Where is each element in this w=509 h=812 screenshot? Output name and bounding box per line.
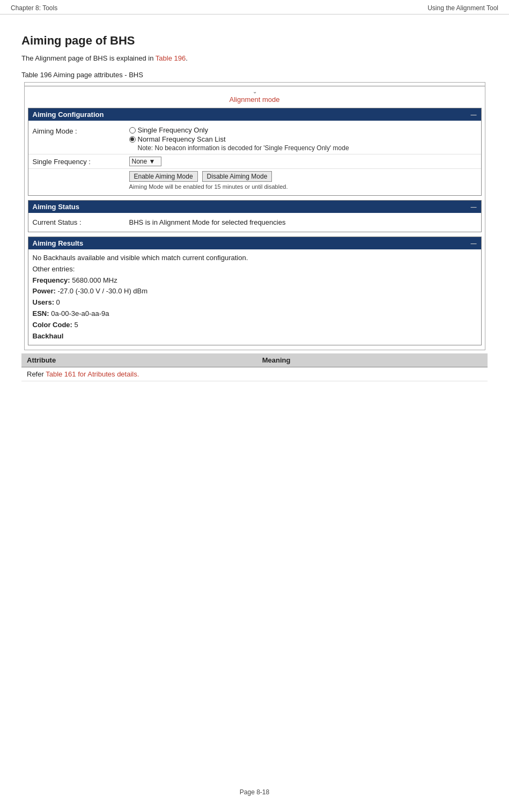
- single-freq-value-col: None ▼: [129, 157, 477, 166]
- radio-normal-freq[interactable]: Normal Frequency Scan List: [129, 135, 477, 143]
- aiming-results-title: Aiming Results: [33, 239, 84, 247]
- aiming-config-header: Aiming Configuration —: [28, 108, 481, 121]
- meaning-col-header: Meaning: [257, 353, 488, 367]
- page-title: Aiming page of BHS: [21, 34, 488, 48]
- chevron-down-icon: ⌄: [25, 88, 485, 94]
- single-freq-label: Single Frequency :: [33, 157, 129, 166]
- aiming-config-body: Aiming Mode : Single Frequency Only Norm…: [28, 121, 481, 195]
- aiming-results-body: No Backhauls available and visible which…: [28, 249, 481, 345]
- results-power: Power: -27.0 (-30.0 V / -30.0 H) dBm: [33, 286, 477, 297]
- users-label: Users:: [33, 298, 54, 306]
- power-label: Power:: [33, 287, 56, 295]
- attribute-table: Attribute Meaning Refer Table 161 for At…: [21, 353, 488, 381]
- single-freq-select[interactable]: None ▼: [129, 157, 161, 166]
- aiming-button-group: Enable Aiming Mode Disable Aiming Mode: [129, 171, 477, 182]
- aiming-buttons-col: Enable Aiming Mode Disable Aiming Mode A…: [129, 171, 477, 190]
- aiming-mode-label: Aiming Mode :: [33, 126, 129, 135]
- page-content: Aiming page of BHS The Alignment page of…: [0, 14, 509, 403]
- aiming-mode-radio-group: Single Frequency Only Normal Frequency S…: [129, 126, 477, 143]
- results-esn: ESN: 0a-00-3e-a0-aa-9a: [33, 308, 477, 320]
- alignment-mode-bar: ⌄ Alignment mode: [25, 83, 485, 105]
- esn-value: 0a-00-3e-a0-aa-9a: [49, 309, 109, 318]
- current-status-value: BHS is in Alignment Mode for selected fr…: [129, 218, 477, 226]
- colorcode-value: 5: [72, 321, 78, 329]
- attribute-refer-row: Refer Table 161 for Atributes details.: [21, 367, 488, 381]
- radio-single-label: Single Frequency Only: [138, 126, 209, 134]
- header-right: Using the Alignment Tool: [427, 4, 498, 12]
- alignment-mode-label: Alignment mode: [230, 95, 280, 104]
- attribute-col-header: Attribute: [21, 353, 257, 367]
- results-backhaul: Backhaul: [33, 331, 477, 342]
- freq-label: Frequency:: [33, 276, 70, 284]
- aiming-status-section: Aiming Status — Current Status : BHS is …: [28, 200, 482, 232]
- radio-normal-label: Normal Frequency Scan List: [138, 135, 226, 143]
- aiming-mode-value: Single Frequency Only Normal Frequency S…: [129, 126, 477, 152]
- results-freq: Frequency: 5680.000 MHz: [33, 275, 477, 286]
- aiming-mode-row: Aiming Mode : Single Frequency Only Norm…: [28, 124, 481, 154]
- aiming-buttons-spacer: [33, 171, 129, 172]
- page-footer: Page 8-18: [0, 788, 509, 796]
- aiming-status-title: Aiming Status: [33, 203, 79, 211]
- users-value: 0: [54, 298, 60, 306]
- aiming-config-minimize-icon[interactable]: —: [471, 112, 477, 118]
- single-freq-option: None: [132, 158, 147, 165]
- aiming-status-body: Current Status : BHS is in Alignment Mod…: [28, 213, 481, 232]
- results-users: Users: 0: [33, 297, 477, 308]
- page-number: Page 8-18: [240, 788, 269, 796]
- results-colorcode: Color Code: 5: [33, 320, 477, 331]
- aiming-hint-text: Aiming Mode will be enabled for 15 minut…: [129, 183, 477, 190]
- ui-screenshot: ⌄ Alignment mode Aiming Configuration — …: [24, 82, 485, 350]
- aiming-status-minimize-icon[interactable]: —: [471, 204, 477, 210]
- aiming-buttons-row: Enable Aiming Mode Disable Aiming Mode A…: [28, 169, 481, 192]
- page-header: Chapter 8: Tools Using the Alignment Too…: [0, 0, 509, 14]
- backhaul-label: Backhaul: [33, 332, 64, 340]
- esn-label: ESN:: [33, 309, 49, 318]
- single-freq-row: Single Frequency : None ▼: [28, 154, 481, 169]
- intro-paragraph: The Alignment page of BHS is explained i…: [21, 54, 488, 62]
- aiming-config-title: Aiming Configuration: [33, 110, 104, 119]
- aiming-status-header: Aiming Status —: [28, 201, 481, 213]
- table-caption-normal: Aiming page attributes - BHS: [51, 71, 143, 79]
- table-caption: Table 196 Aiming page attributes - BHS: [21, 71, 488, 79]
- results-line2: Other entries:: [33, 264, 477, 275]
- aiming-results-section: Aiming Results — No Backhauls available …: [28, 237, 482, 345]
- intro-end: .: [186, 54, 188, 62]
- current-status-label: Current Status :: [33, 218, 129, 226]
- results-line1: No Backhauls available and visible which…: [33, 253, 477, 264]
- radio-single-freq[interactable]: Single Frequency Only: [129, 126, 477, 134]
- table196-link[interactable]: Table 196: [156, 54, 186, 62]
- radio-circle-normal: [129, 136, 136, 143]
- aiming-mode-note: Note: No beacon information is decoded f…: [129, 144, 477, 152]
- radio-circle-single: [129, 127, 136, 134]
- current-status-row: Current Status : BHS is in Alignment Mod…: [28, 216, 481, 228]
- aiming-results-header: Aiming Results —: [28, 237, 481, 249]
- attribute-refer-cell: Refer Table 161 for Atributes details.: [21, 367, 488, 381]
- disable-aiming-mode-button[interactable]: Disable Aiming Mode: [202, 171, 272, 182]
- table161-link[interactable]: Table 161 for Atributes details.: [46, 370, 139, 378]
- table-caption-bold: Table 196: [21, 71, 51, 79]
- aiming-results-minimize-icon[interactable]: —: [471, 240, 477, 247]
- freq-value: 5680.000 MHz: [70, 276, 117, 284]
- intro-text: The Alignment page of BHS is explained i…: [21, 54, 156, 62]
- colorcode-label: Color Code:: [33, 321, 72, 329]
- power-value: -27.0 (-30.0 V / -30.0 H) dBm: [56, 287, 147, 295]
- aiming-configuration-section: Aiming Configuration — Aiming Mode : Sin…: [28, 108, 482, 196]
- header-left: Chapter 8: Tools: [11, 4, 57, 12]
- enable-aiming-mode-button[interactable]: Enable Aiming Mode: [129, 171, 198, 182]
- refer-text: Refer: [27, 370, 46, 378]
